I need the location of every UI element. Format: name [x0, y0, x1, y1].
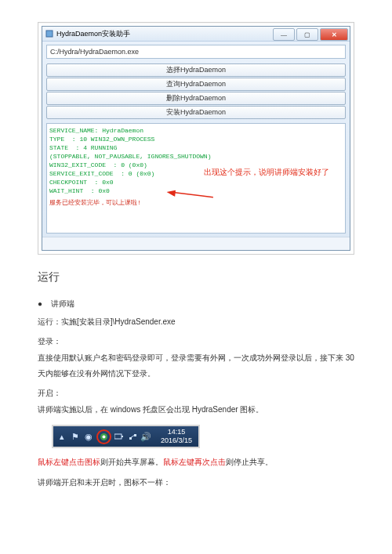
tray-network-icon — [127, 431, 138, 442]
run-line: 运行：实施[安装目录]\HydraSender.exe — [38, 314, 354, 330]
svg-rect-5 — [114, 434, 122, 439]
callout-text: 出现这个提示，说明讲师端安装好了 — [204, 167, 329, 178]
hydrasender-tray-icon[interactable] — [96, 429, 111, 444]
tray-time: 14:15 — [161, 428, 192, 436]
maximize-button[interactable]: ▢ — [296, 28, 318, 41]
close-button[interactable]: ✕ — [320, 28, 348, 41]
delete-button[interactable]: 删除HydraDaemon — [46, 92, 346, 105]
window-footer — [42, 237, 350, 250]
tray-date: 2016/3/15 — [161, 436, 192, 445]
tray-battery-icon — [114, 431, 125, 442]
minimize-button[interactable]: — — [273, 28, 295, 41]
path-input[interactable]: C:/Hydra/HydraDaemon.exe — [46, 45, 346, 59]
click-red-1: 鼠标左键点击图标 — [38, 458, 100, 466]
query-button[interactable]: 查询HydraDaemon — [46, 78, 346, 91]
installer-screenshot: HydraDaemon安装助手 — ▢ ✕ C:/Hydra/HydraDaem… — [38, 22, 354, 255]
click-red-2: 鼠标左键再次点击 — [163, 458, 226, 466]
tray-volume-icon: 🔊 — [140, 431, 151, 442]
tray-bar: ▴ ⚑ ◉ 🔊 — [53, 426, 154, 447]
tray-clock: 14:15 2016/3/15 — [154, 426, 198, 447]
app-icon — [45, 30, 53, 38]
svg-rect-0 — [46, 31, 53, 37]
install-button[interactable]: 安装HydraDaemon — [46, 106, 346, 119]
tail-line: 讲师端开启和未开启时，图标不一样： — [38, 475, 354, 491]
tray-screenshot: ▴ ⚑ ◉ 🔊 14:15 2016/3/15 — [52, 425, 200, 448]
click-mid-1: 则开始共享屏幕。 — [100, 458, 163, 466]
start-label: 开启： — [38, 388, 354, 399]
titlebar: HydraDaemon安装助手 — ▢ ✕ — [42, 27, 350, 42]
window: HydraDaemon安装助手 — ▢ ✕ C:/Hydra/HydraDaem… — [42, 26, 350, 251]
svg-rect-6 — [122, 436, 123, 437]
console-output: SERVICE_NAME: HydraDaemon TYPE : 10 WIN3… — [46, 123, 346, 234]
tray-flag-icon: ⚑ — [70, 431, 81, 442]
start-text: 讲师端实施以后，在 windows 托盘区会出现 HydraSender 图标。 — [38, 402, 354, 418]
window-buttons: — ▢ ✕ — [273, 27, 350, 41]
window-title: HydraDaemon安装助手 — [56, 29, 273, 39]
svg-point-4 — [103, 435, 106, 438]
click-line: 鼠标左键点击图标则开始共享屏幕。鼠标左键再次点击则停止共享。 — [38, 454, 354, 470]
login-text: 直接使用默认账户名和密码登录即可，登录需要有外网，一次成功外网登录以后，接下来 … — [38, 350, 354, 382]
select-button[interactable]: 选择HydraDaemon — [46, 63, 346, 77]
login-label: 登录： — [38, 336, 354, 347]
tray-up-icon: ▴ — [56, 431, 67, 442]
bullet-teacher: 讲师端 — [38, 299, 354, 310]
click-mid-2: 则停止共享。 — [226, 458, 273, 466]
tray-safe-icon: ◉ — [83, 431, 94, 442]
section-heading: 运行 — [38, 270, 354, 284]
